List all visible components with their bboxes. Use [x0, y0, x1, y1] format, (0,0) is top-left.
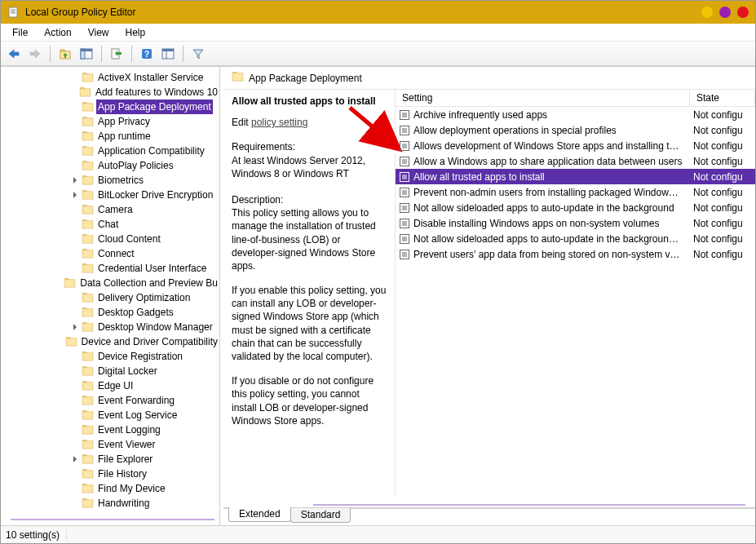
setting-row[interactable]: Not allow sideloaded apps to auto-update…: [396, 200, 755, 215]
details-horizontal-scrollbar[interactable]: [313, 504, 745, 506]
expand-icon[interactable]: [69, 263, 81, 274]
expand-icon[interactable]: [69, 351, 81, 362]
expand-icon[interactable]: [69, 233, 81, 245]
edit-policy-link[interactable]: policy setting: [251, 117, 307, 128]
requirements-label: Requirements:: [232, 140, 387, 153]
tree-item[interactable]: Event Viewer: [1, 437, 219, 452]
maximize-button[interactable]: [719, 7, 731, 18]
tree-item[interactable]: BitLocker Drive Encryption: [1, 188, 219, 202]
setting-row[interactable]: Not allow sideloaded apps to auto-update…: [396, 231, 755, 246]
settings-list[interactable]: Archive infrequently used appsNot config…: [396, 107, 755, 496]
folder-icon: [81, 204, 94, 215]
expand-icon[interactable]: [69, 395, 81, 406]
expand-icon[interactable]: [55, 336, 64, 347]
tree-item[interactable]: Credential User Interface: [1, 261, 219, 276]
tree-item[interactable]: Event Logging: [1, 422, 219, 437]
tree-item[interactable]: Data Collection and Preview Bu: [1, 276, 219, 290]
tree-item[interactable]: Event Forwarding: [1, 393, 219, 408]
tree-item[interactable]: App Package Deployment: [1, 100, 219, 114]
setting-row[interactable]: Prevent non-admin users from installing …: [396, 184, 755, 200]
forward-button[interactable]: [25, 44, 45, 64]
up-folder-button[interactable]: [55, 44, 75, 64]
minimize-button[interactable]: [701, 7, 713, 18]
tab-standard[interactable]: Standard: [290, 508, 351, 523]
expand-icon[interactable]: [69, 189, 81, 201]
properties-button[interactable]: [158, 44, 178, 64]
expand-icon[interactable]: [69, 468, 81, 480]
close-button[interactable]: [737, 7, 749, 18]
expand-icon[interactable]: [69, 219, 81, 230]
expand-icon[interactable]: [69, 424, 81, 436]
menu-file[interactable]: File: [4, 25, 36, 40]
tree-item[interactable]: Event Log Service: [1, 408, 219, 422]
expand-icon[interactable]: [69, 145, 81, 157]
expand-icon[interactable]: [69, 130, 81, 142]
help-button[interactable]: ?: [137, 44, 157, 64]
tree-item[interactable]: Edge UI: [1, 378, 219, 393]
setting-row[interactable]: Prevent users' app data from being store…: [396, 246, 755, 262]
column-header-state[interactable]: State: [690, 90, 755, 106]
back-button[interactable]: [4, 44, 24, 64]
tree-item[interactable]: Digital Locker: [1, 364, 219, 378]
expand-icon[interactable]: [69, 409, 81, 421]
tree-item[interactable]: File Explorer: [1, 452, 219, 467]
expand-icon[interactable]: [69, 292, 81, 303]
tree-item[interactable]: AutoPlay Policies: [1, 158, 219, 173]
tree-item[interactable]: Handwriting: [1, 496, 219, 511]
setting-row[interactable]: Archive infrequently used appsNot config…: [396, 107, 755, 122]
expand-icon[interactable]: [69, 72, 81, 83]
expand-icon[interactable]: [69, 365, 81, 377]
expand-icon[interactable]: [69, 439, 81, 450]
expand-icon[interactable]: [69, 116, 81, 127]
expand-icon[interactable]: [69, 483, 81, 494]
policy-tree[interactable]: ActiveX Installer ServiceAdd features to…: [1, 70, 219, 511]
tree-item[interactable]: App runtime: [1, 129, 219, 144]
tree-item[interactable]: ActiveX Installer Service: [1, 70, 219, 85]
expand-icon[interactable]: [69, 175, 81, 186]
tree-item[interactable]: Device Registration: [1, 349, 219, 364]
tree-item[interactable]: Desktop Window Manager: [1, 320, 219, 334]
setting-row[interactable]: Disable installing Windows apps on non-s…: [396, 215, 755, 231]
tree-horizontal-scrollbar[interactable]: [11, 519, 214, 520]
tree-item[interactable]: Delivery Optimization: [1, 290, 219, 305]
svg-rect-37: [82, 412, 93, 419]
tree-item[interactable]: File History: [1, 467, 219, 481]
expand-icon[interactable]: [69, 101, 81, 113]
tree-item[interactable]: Application Compatibility: [1, 144, 219, 158]
tree-item-label: Digital Locker: [96, 364, 159, 378]
tree-item[interactable]: Desktop Gadgets: [1, 305, 219, 320]
column-header-setting[interactable]: Setting: [396, 90, 690, 106]
tree-item[interactable]: Biometrics: [1, 173, 219, 188]
expand-icon[interactable]: [69, 453, 81, 465]
tree-item[interactable]: Find My Device: [1, 481, 219, 496]
show-hide-tree-button[interactable]: [77, 44, 96, 64]
tree-scroll[interactable]: ActiveX Installer ServiceAdd features to…: [1, 67, 219, 525]
setting-row[interactable]: Allow a Windows app to share application…: [396, 153, 755, 169]
setting-row[interactable]: Allow deployment operations in special p…: [396, 122, 755, 138]
tree-item[interactable]: Device and Driver Compatibility: [1, 334, 219, 349]
setting-state: Not configu: [690, 233, 755, 245]
expand-icon[interactable]: [69, 160, 81, 171]
tree-item[interactable]: Cloud Content: [1, 232, 219, 246]
tree-item[interactable]: Camera: [1, 202, 219, 217]
expand-icon[interactable]: [69, 204, 81, 215]
expand-icon[interactable]: [69, 498, 81, 509]
menu-view[interactable]: View: [80, 25, 117, 40]
expand-icon[interactable]: [68, 86, 79, 98]
tree-item[interactable]: Connect: [1, 246, 219, 261]
expand-icon[interactable]: [55, 277, 64, 289]
expand-icon[interactable]: [69, 248, 81, 259]
tree-item[interactable]: App Privacy: [1, 114, 219, 129]
menu-action[interactable]: Action: [36, 25, 79, 40]
expand-icon[interactable]: [69, 321, 81, 333]
tab-extended[interactable]: Extended: [228, 507, 291, 522]
menu-help[interactable]: Help: [117, 25, 154, 40]
tree-item[interactable]: Chat: [1, 217, 219, 232]
filter-button[interactable]: [188, 44, 208, 64]
expand-icon[interactable]: [69, 307, 81, 318]
export-list-button[interactable]: [107, 44, 126, 64]
setting-row[interactable]: Allow all trusted apps to installNot con…: [396, 169, 755, 184]
tree-item[interactable]: Add features to Windows 10: [1, 85, 219, 100]
expand-icon[interactable]: [69, 380, 81, 391]
setting-row[interactable]: Allows development of Windows Store apps…: [396, 138, 755, 153]
